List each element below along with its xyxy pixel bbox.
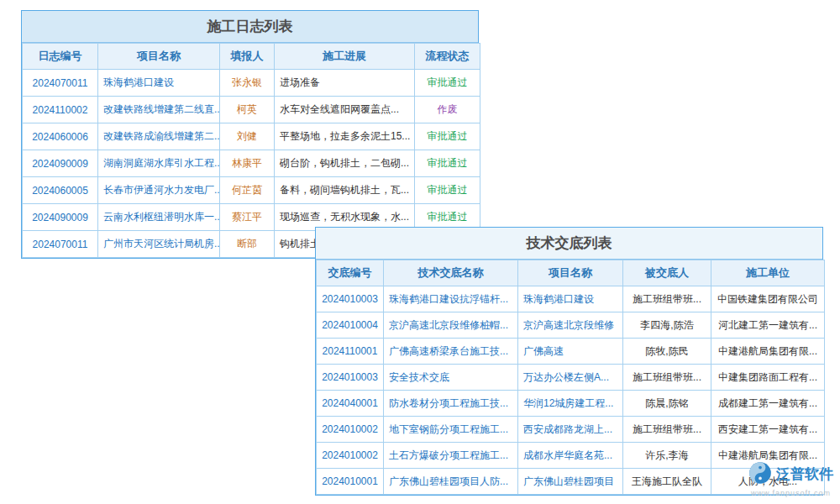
disc-col-person: 被交底人 — [623, 260, 711, 286]
construction-unit: 成都建工第一建筑有... — [711, 391, 825, 417]
filler-name: 蔡江平 — [220, 204, 275, 231]
status-badge: 审批通过 — [415, 177, 480, 204]
project-name-link[interactable]: 珠海鹤港口建设 — [518, 286, 623, 312]
table-row: 2024090009 湖南洞庭湖水库引水工程... 林康平 砌台阶，钩机排土，二… — [23, 150, 480, 177]
filler-name: 何芷茵 — [220, 177, 275, 204]
filler-name: 刘健 — [220, 123, 275, 150]
table-row: 2024110001 广佛高速桥梁承台施工技... 广佛高速 陈牧,陈民 中建港… — [317, 339, 825, 365]
filler-name: 林康平 — [220, 150, 275, 177]
disclosure-name-link[interactable]: 珠海鹤港口建设抗浮锚杆... — [384, 286, 518, 312]
disclosure-id-link[interactable]: 2024010002 — [317, 417, 384, 443]
construction-unit: 西安建工第一建筑有... — [711, 417, 825, 443]
disc-col-id: 交底编号 — [317, 260, 384, 286]
project-name-link[interactable]: 成都水岸华庭名苑... — [518, 443, 623, 469]
table-row: 2024010002 地下室钢筋分项工程施工... 西安成都路龙湖上... 施工… — [317, 417, 825, 443]
log-col-id: 日志编号 — [23, 44, 98, 70]
disclosure-id-link[interactable]: 2024010002 — [317, 443, 384, 469]
table-row: 2024060006 改建铁路成渝线增建第二... 刘健 平整场地，拉走多余泥土… — [23, 123, 480, 150]
disclosure-name-link[interactable]: 广佛高速桥梁承台施工技... — [384, 339, 518, 365]
brand-name: 泛普软件 — [776, 467, 833, 481]
progress-text: 进场准备 — [275, 70, 415, 97]
log-id-link[interactable]: 2024110002 — [23, 97, 98, 123]
filler-name: 断部 — [220, 231, 275, 258]
disclosed-person: 施工班组带班... — [623, 417, 711, 443]
project-name-link[interactable]: 珠海鹤港口建设 — [98, 70, 220, 97]
disclosed-person: 许乐,李海 — [623, 443, 711, 469]
construction-unit: 中国铁建集团有限公司 — [711, 286, 825, 312]
disclosed-person: 施工班组带班... — [623, 286, 711, 312]
project-name-link[interactable]: 广东佛山碧桂园项目 — [518, 469, 623, 495]
log-id-link[interactable]: 2024060005 — [23, 177, 98, 204]
project-name-link[interactable]: 湖南洞庭湖水库引水工程... — [98, 150, 220, 177]
disclosure-id-link[interactable]: 2024010003 — [317, 365, 384, 391]
technical-disclosure-table: 交底编号 技术交底名称 项目名称 被交底人 施工单位 2024010003 珠海… — [316, 260, 825, 495]
status-badge: 审批通过 — [415, 150, 480, 177]
project-name-link[interactable]: 广佛高速 — [518, 339, 623, 365]
disclosure-name-link[interactable]: 地下室钢筋分项工程施工... — [384, 417, 518, 443]
disclosure-name-link[interactable]: 防水卷材分项工程施工技... — [384, 391, 518, 417]
progress-text: 备料，砌间墙钩机排土，瓦... — [275, 177, 415, 204]
log-id-link[interactable]: 2024060006 — [23, 123, 98, 150]
table-row: 2024040001 防水卷材分项工程施工技... 华润12城房建工程... 陈… — [317, 391, 825, 417]
technical-disclosure-title: 技术交底列表 — [316, 228, 822, 260]
project-name-link[interactable]: 云南水利枢纽潜明水库一... — [98, 204, 220, 231]
construction-unit: 中建集团路面工程有... — [711, 365, 825, 391]
construction-log-panel: 施工日志列表 日志编号 项目名称 填报人 施工进展 流程状态 202407001… — [21, 10, 479, 259]
log-header-row: 日志编号 项目名称 填报人 施工进展 流程状态 — [23, 44, 480, 70]
brand-url: www.fanpusoft.com — [748, 490, 833, 497]
log-col-project: 项目名称 — [98, 44, 220, 70]
disclosure-header-row: 交底编号 技术交底名称 项目名称 被交底人 施工单位 — [317, 260, 825, 286]
filler-name: 张永银 — [220, 70, 275, 97]
disclosure-id-link[interactable]: 2024040001 — [317, 391, 384, 417]
log-id-link[interactable]: 2024070011 — [23, 231, 98, 258]
disclosure-id-link[interactable]: 2024010001 — [317, 469, 384, 495]
disclosed-person: 施工班组带班... — [623, 365, 711, 391]
disclosed-person: 陈牧,陈民 — [623, 339, 711, 365]
project-name-link[interactable]: 西安成都路龙湖上... — [518, 417, 623, 443]
disclosure-id-link[interactable]: 2024010003 — [317, 286, 384, 312]
project-name-link[interactable]: 万达办公楼左侧A... — [518, 365, 623, 391]
project-name-link[interactable]: 广州市天河区统计局机房... — [98, 231, 220, 258]
disc-col-unit: 施工单位 — [711, 260, 825, 286]
table-row: 2024010003 珠海鹤港口建设抗浮锚杆... 珠海鹤港口建设 施工班组带班… — [317, 286, 825, 312]
construction-unit: 河北建工第一建筑有... — [711, 312, 825, 339]
construction-log-title: 施工日志列表 — [22, 11, 478, 43]
progress-text: 水车对全线遮阳网覆盖点... — [275, 97, 415, 123]
disclosure-id-link[interactable]: 2024010004 — [317, 312, 384, 339]
disclosure-name-link[interactable]: 京沪高速北京段维修桩帽... — [384, 312, 518, 339]
log-col-progress: 施工进展 — [275, 44, 415, 70]
progress-text: 平整场地，拉走多余泥土15... — [275, 123, 415, 150]
construction-log-table: 日志编号 项目名称 填报人 施工进展 流程状态 2024070011 珠海鹤港口… — [22, 43, 480, 258]
disclosure-name-link[interactable]: 土石方爆破分项工程施工... — [384, 443, 518, 469]
disclosed-person: 李四海,陈浩 — [623, 312, 711, 339]
construction-unit: 中建港航局集团有限... — [711, 339, 825, 365]
disclosure-id-link[interactable]: 2024110001 — [317, 339, 384, 365]
status-badge: 作废 — [415, 97, 480, 123]
disclosure-name-link[interactable]: 安全技术交底 — [384, 365, 518, 391]
disc-col-name: 技术交底名称 — [384, 260, 518, 286]
status-badge: 审批通过 — [415, 70, 480, 97]
disc-col-project: 项目名称 — [518, 260, 623, 286]
table-row: 2024060005 长春市伊通河水力发电厂... 何芷茵 备料，砌间墙钩机排土… — [23, 177, 480, 204]
disclosed-person: 陈晨,陈铭 — [623, 391, 711, 417]
filler-name: 柯英 — [220, 97, 275, 123]
fanpu-logo-icon — [748, 461, 772, 487]
project-name-link[interactable]: 京沪高速北京段维修 — [518, 312, 623, 339]
table-row: 2024070011 珠海鹤港口建设 张永银 进场准备 审批通过 — [23, 70, 480, 97]
status-badge: 审批通过 — [415, 123, 480, 150]
disclosure-name-link[interactable]: 广东佛山碧桂园项目人防... — [384, 469, 518, 495]
project-name-link[interactable]: 长春市伊通河水力发电厂... — [98, 177, 220, 204]
project-name-link[interactable]: 华润12城房建工程... — [518, 391, 623, 417]
log-col-filler: 填报人 — [220, 44, 275, 70]
log-id-link[interactable]: 2024070011 — [23, 70, 98, 97]
table-row: 2024010004 京沪高速北京段维修桩帽... 京沪高速北京段维修 李四海,… — [317, 312, 825, 339]
technical-disclosure-panel: 技术交底列表 交底编号 技术交底名称 项目名称 被交底人 施工单位 202401… — [315, 227, 823, 496]
log-id-link[interactable]: 2024090009 — [23, 150, 98, 177]
log-col-status: 流程状态 — [415, 44, 480, 70]
progress-text: 砌台阶，钩机排土，二包砌... — [275, 150, 415, 177]
table-row: 2024110002 改建铁路线增建第二线直... 柯英 水车对全线遮阳网覆盖点… — [23, 97, 480, 123]
fanpu-watermark: 泛普软件 www.fanpusoft.com — [748, 461, 833, 497]
log-id-link[interactable]: 2024090009 — [23, 204, 98, 231]
project-name-link[interactable]: 改建铁路线增建第二线直... — [98, 97, 220, 123]
project-name-link[interactable]: 改建铁路成渝线增建第二... — [98, 123, 220, 150]
